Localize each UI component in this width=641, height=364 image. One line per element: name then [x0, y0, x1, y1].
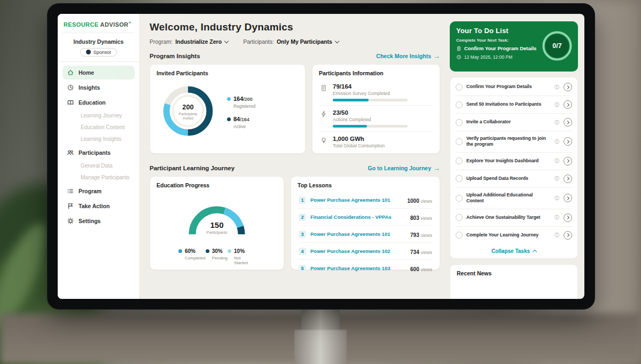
filters-row: Program:Industrialize Zero Participants:…: [150, 38, 440, 45]
pending-dot-icon: [206, 249, 209, 253]
info-icon[interactable]: [554, 119, 560, 126]
bulb-icon: [320, 136, 328, 151]
completed-label: Completed: [185, 256, 206, 260]
info-icon[interactable]: [554, 138, 560, 145]
not-started-value: 10%: [234, 248, 245, 254]
sidebar-item-label: Learning Insights: [81, 136, 121, 142]
task-checkbox[interactable]: [456, 84, 463, 91]
chevron-right-icon: [566, 216, 569, 219]
card-title: Top Lessons: [298, 182, 433, 188]
task-open-button[interactable]: [564, 83, 572, 91]
task-checkbox[interactable]: [456, 157, 463, 164]
sidebar-item-home[interactable]: Home: [62, 66, 135, 80]
info-icon[interactable]: [554, 232, 560, 239]
sidebar-item-learning-insights[interactable]: Learning Insights: [62, 134, 135, 145]
sidebar-item-education-content[interactable]: Education Content: [62, 122, 135, 133]
card-title: Participants Information: [319, 70, 433, 76]
task-open-button[interactable]: [564, 213, 572, 222]
sidebar-item-label: Settings: [79, 218, 100, 224]
chevron-right-icon: [566, 177, 569, 180]
actions-completed-row: 23/50 Actions Completed: [319, 106, 433, 132]
task-open-button[interactable]: [564, 175, 572, 183]
sidebar-item-program[interactable]: Program: [62, 184, 135, 198]
emission-survey-progress-bar: [333, 99, 408, 101]
sponsor-icon: [86, 50, 91, 54]
lesson-row: 3 Power Purchase Agreements 101 793views: [298, 226, 433, 243]
sidebar-nav: Home Insights Education Learning Journey: [62, 66, 135, 228]
education-progress-gauge: 150 Participants: [176, 192, 257, 241]
sponsor-label: Sponsor: [93, 50, 112, 55]
active-dot-icon: [227, 117, 231, 121]
lesson-link[interactable]: Power Purchase Agreements 103: [310, 265, 406, 271]
program-insights-header: Program Insights Check More Insights: [150, 52, 440, 60]
task-open-button[interactable]: [564, 231, 572, 240]
task-checkbox[interactable]: [456, 138, 463, 145]
task-checkbox[interactable]: [456, 195, 463, 202]
donut-center-label1: Participants: [179, 112, 198, 116]
info-icon[interactable]: [554, 214, 560, 221]
sidebar-item-take-action[interactable]: Take Action: [62, 199, 135, 213]
sidebar-item-label: Home: [79, 69, 94, 76]
info-icon[interactable]: [554, 84, 560, 91]
sidebar-item-education[interactable]: Education: [62, 96, 135, 109]
collapse-tasks-link[interactable]: Collapse Tasks: [456, 244, 572, 256]
chevron-right-icon: [566, 102, 569, 106]
info-icon[interactable]: [554, 101, 560, 108]
task-row: Upload Spend Data Records: [456, 170, 572, 188]
lesson-views-value: 734: [410, 249, 419, 255]
global-consumption-value: 1,000 GWh: [333, 136, 385, 142]
registered-label: Registered: [233, 104, 255, 109]
lesson-rank-badge: 2: [299, 213, 306, 221]
task-checkbox[interactable]: [456, 175, 463, 182]
task-checkbox[interactable]: [456, 232, 463, 239]
registered-dot-icon: [227, 97, 231, 101]
education-progress-card: Education Progress 150 Participants: [150, 176, 284, 270]
task-checkbox[interactable]: [456, 119, 463, 126]
lesson-link[interactable]: Financial Considerations - VPPAs: [310, 214, 406, 220]
program-insights-cards: Invited Participants 200 Participants In…: [150, 64, 440, 154]
lesson-rank-badge: 5: [299, 265, 306, 272]
go-to-learning-journey-link[interactable]: Go to Learning Journey: [368, 164, 440, 172]
divider: [58, 61, 139, 62]
task-open-button[interactable]: [564, 118, 572, 126]
lesson-link[interactable]: Power Purchase Agreements 101: [310, 197, 403, 203]
info-icon[interactable]: [554, 175, 560, 182]
sidebar-item-manage-participants[interactable]: Manage Participants: [62, 172, 135, 183]
registered-total: /200: [243, 97, 253, 102]
pending-value: 30%: [212, 248, 223, 254]
logo-text-advisor: ADVISOR: [100, 21, 129, 28]
info-icon[interactable]: [554, 157, 560, 164]
sidebar-item-participants[interactable]: Participants: [62, 146, 135, 160]
task-row: Invite a Collaborator: [456, 114, 572, 131]
sidebar-item-learning-journey[interactable]: Learning Journey: [62, 110, 135, 121]
sidebar-item-settings[interactable]: Settings: [62, 214, 135, 228]
lesson-link[interactable]: Power Purchase Agreements 101: [310, 231, 406, 237]
todo-panel: Your To Do List Complete Your Next Task:…: [450, 14, 584, 299]
sidebar-item-insights[interactable]: Insights: [62, 81, 135, 94]
participants-dropdown[interactable]: Participants:Only My Participants: [243, 38, 339, 45]
task-open-button[interactable]: [564, 137, 572, 146]
lesson-link[interactable]: Power Purchase Agreements 102: [310, 248, 406, 254]
task-checkbox[interactable]: [456, 101, 463, 108]
program-dropdown[interactable]: Program:Industrialize Zero: [150, 38, 228, 45]
invited-donut-chart: 200 Participants Invited: [157, 80, 220, 143]
task-open-button[interactable]: [564, 157, 572, 165]
task-label: Achieve One Sustainability Target: [466, 215, 551, 220]
legend-pending: 30% Pending: [206, 246, 228, 265]
check-more-insights-link[interactable]: Check More Insights: [376, 52, 440, 60]
sidebar-item-general-data[interactable]: General Data: [62, 161, 135, 171]
task-open-button[interactable]: [564, 100, 572, 109]
donut-center-value: 200: [182, 103, 193, 111]
lesson-row: 5 Power Purchase Agreements 103 600views: [298, 260, 433, 276]
todo-progress-count: 0/7: [552, 42, 561, 50]
actions-completed-progress-bar: [333, 125, 408, 128]
task-checkbox[interactable]: [456, 214, 463, 221]
logo-plus: +: [128, 20, 131, 25]
todo-due-label: 12 May 2025, 12:00 PM: [464, 54, 512, 60]
info-icon[interactable]: [554, 195, 560, 202]
recent-news-title: Recent News: [457, 270, 571, 276]
lesson-views-unit: views: [421, 267, 432, 272]
legend-not-started: 10% Not Started: [228, 246, 255, 265]
account-name: Industry Dynamics: [62, 38, 135, 45]
task-open-button[interactable]: [564, 194, 572, 202]
